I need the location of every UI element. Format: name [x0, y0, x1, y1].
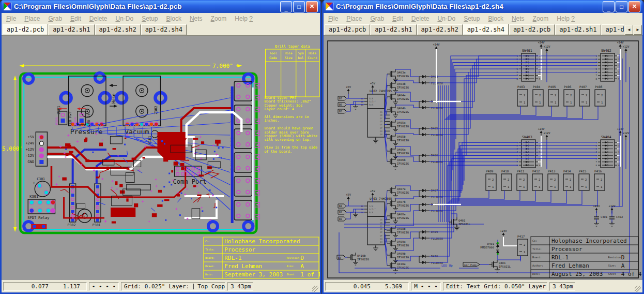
title-bar-pcb[interactable]: C:\Program Files\OmniGlyph\Data Files\ap… [2, 0, 320, 13]
tab-scroll-right-button[interactable]: ► [634, 25, 642, 35]
menu-grab[interactable]: Grab [48, 15, 62, 22]
title-bar-schematic[interactable]: C:\Program Files\OmniGlyph\Data Files\ap… [324, 0, 642, 13]
connector-pin: 2 [570, 94, 572, 97]
tab-1-ap1-d2-sh1[interactable]: ap1-d2.sh1 [371, 24, 416, 35]
menu-delete[interactable]: Delete [89, 15, 108, 22]
tab-3-ap1-d2-sh4[interactable]: ap1-d2.sh4 [141, 24, 187, 35]
tab-2-ap1-d2-sh2[interactable]: ap1-d2.sh2 [417, 24, 463, 35]
transistor-refdes: Q407a [397, 187, 406, 190]
via [65, 149, 67, 150]
transistor-refdes: Q409b [397, 252, 406, 255]
sensor-pad [155, 122, 158, 126]
transistor-part: IPS022G [397, 266, 409, 269]
pcb-drawing-area[interactable]: 7.000"5.000"PressureVacuumHoseZ301Z302+5… [2, 35, 320, 280]
menu-grab[interactable]: Grab [370, 15, 384, 22]
connector-block [548, 174, 558, 190]
schematic-drawing-area[interactable]: U402 74HC595+5V11Sck10Sclr'14RckB7B6B5+5… [324, 35, 642, 280]
mosfet [392, 226, 395, 235]
switch-block [601, 53, 615, 81]
clock: 3 43pm [231, 283, 251, 290]
menu-file[interactable]: File [328, 15, 338, 22]
mosfet [392, 81, 395, 90]
menu-delete[interactable]: Delete [411, 15, 430, 22]
menu-file[interactable]: File [6, 15, 16, 22]
diode [422, 203, 425, 206]
menu-edit[interactable]: Edit [392, 15, 403, 22]
power-pad [39, 141, 43, 145]
sensor-pad [145, 122, 148, 126]
menu-un-do[interactable]: Un-Do [115, 15, 133, 22]
tab-3-ap1-d2-sh4[interactable]: ap1-d2.sh4 [463, 24, 509, 35]
switch-diode [605, 65, 608, 67]
component-outline [76, 203, 85, 209]
pcb-canvas[interactable]: 7.000"5.000"PressureVacuumHoseZ301Z302+5… [2, 36, 320, 280]
menu-setup[interactable]: Setup [464, 15, 480, 22]
menu-zoom[interactable]: Zoom [211, 15, 227, 22]
ic-pin-label: Sck [369, 205, 373, 208]
mode-dots: • • • [421, 283, 438, 290]
ic-pin-label: QC [380, 117, 382, 120]
minimize-button[interactable]: _ [280, 1, 292, 12]
tab-4-ap1-d2-pcb[interactable]: ap1-d2.pcb [509, 24, 555, 35]
board-note: inches. [264, 119, 279, 123]
power-label: +24V [617, 41, 624, 44]
menu-zoom[interactable]: Zoom [533, 15, 549, 22]
tab-6-ap1-d2-sh[interactable]: ap1-d2.sh [602, 24, 625, 35]
tab-5-ap1-d2-sh1[interactable]: ap1-d2.sh1 [555, 24, 601, 35]
silk-ref: P303 [55, 117, 58, 125]
tab-2-ap1-d2-sh2[interactable]: ap1-d2.sh2 [95, 24, 141, 35]
menu-nets[interactable]: Nets [190, 15, 203, 22]
menu-nets[interactable]: Nets [512, 15, 525, 22]
wire [444, 196, 597, 205]
tab-scroll-left-button[interactable]: ◄ [625, 25, 633, 35]
switch-diode [605, 58, 608, 60]
minimize-button[interactable]: _ [603, 1, 615, 12]
power-arrow [502, 233, 504, 236]
status-time: 3 43pm [227, 282, 253, 291]
via [221, 157, 222, 159]
silk-ref: P301 [93, 223, 101, 227]
menu-place[interactable]: Place [346, 15, 362, 22]
schematic-canvas[interactable]: U402 74HC595+5V11Sck10Sclr'14RckB7B6B5+5… [324, 36, 642, 280]
transistor-part: IPS022G [397, 110, 409, 113]
switch-refdes: SW404 [601, 135, 611, 139]
menu-help-[interactable]: Help ? [557, 15, 575, 22]
power-label: +24V [593, 204, 600, 208]
component-outline [110, 136, 122, 143]
menu-block[interactable]: Block [488, 15, 503, 22]
copper-pad [171, 170, 173, 172]
switch-refdes: SW403 [522, 135, 532, 139]
maximize-button[interactable]: □ [293, 1, 305, 12]
menu-block[interactable]: Block [166, 15, 181, 22]
menu-help-[interactable]: Help ? [235, 15, 253, 22]
pad [246, 108, 250, 111]
via-pad [175, 208, 177, 210]
connector-block [517, 174, 527, 190]
ic-pin-label: Sck [369, 97, 373, 100]
pad [96, 185, 99, 188]
via [168, 181, 170, 183]
menu-place[interactable]: Place [24, 15, 40, 22]
tab-0-ap1-d2-pcb[interactable]: ap1-d2.pcb [325, 24, 370, 35]
maximize-button[interactable]: □ [616, 1, 627, 12]
transistor-part: IPS022G [397, 86, 409, 89]
close-button[interactable]: ✕ [306, 1, 318, 12]
tab-1-ap1-d2-sh1[interactable]: ap1-d2.sh1 [49, 24, 94, 35]
red-trace-thin [193, 197, 201, 203]
transistor-refdes: Q401 [499, 261, 505, 264]
ground-symbol [594, 224, 599, 226]
connector-pin: 2 [524, 94, 525, 97]
ground-symbol [353, 262, 358, 265]
resize-grip[interactable] [312, 286, 318, 292]
resize-grip[interactable] [635, 286, 641, 292]
menu-edit[interactable]: Edit [70, 15, 81, 22]
ic-pin-label: QH [380, 241, 382, 243]
switch-diode [605, 62, 608, 64]
menu-un-do[interactable]: Un-Do [437, 15, 455, 22]
via-pad [196, 185, 198, 187]
ic-refdes: U402 74HC595 [370, 89, 392, 93]
menu-setup[interactable]: Setup [142, 15, 158, 22]
tab-0-ap1-d2-pcb[interactable]: ap1-d2.pcb [3, 24, 48, 35]
power-label: +12V [622, 45, 630, 48]
close-button[interactable]: ✕ [628, 1, 640, 12]
